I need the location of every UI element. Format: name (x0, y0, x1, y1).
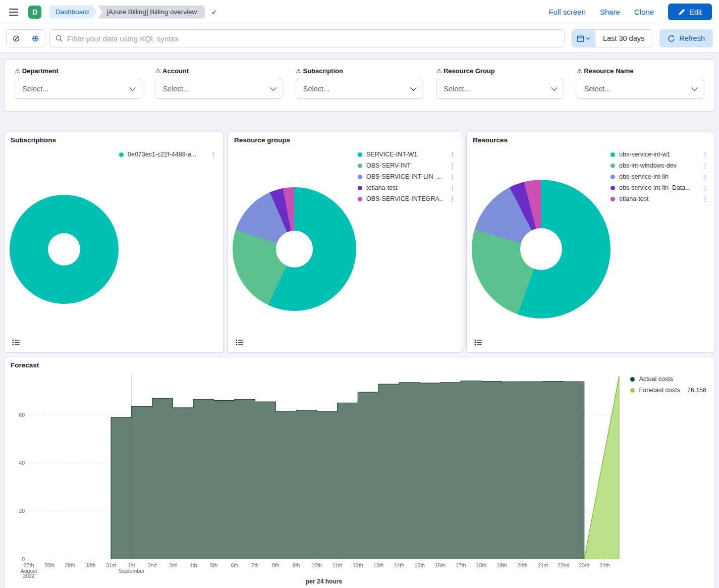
legend-item[interactable]: 0e073ec1-c22f-4488-a... ⋮ (119, 149, 219, 160)
subscription-select[interactable]: Select... (296, 79, 423, 99)
panel-subscriptions: Subscriptions 0e073ec1-c22f-4488-a... ⋮ (4, 132, 224, 353)
legend-item[interactable]: OBS-SERVICE-INTEGRA...⋮ (358, 193, 458, 204)
legend-item[interactable]: tetiana-test⋮ (358, 182, 458, 193)
legend-item[interactable]: obs-service-int-lin⋮ (611, 171, 710, 182)
kql-search-box[interactable] (49, 29, 565, 47)
breadcrumb-current[interactable]: [Azure Billing] Billing overview (98, 6, 205, 19)
chart-legend: SERVICE-INT-W1⋮ OBS-SERV-INT⋮ OBS-SERVIC… (358, 149, 458, 204)
legend-item[interactable]: Actual costs (630, 376, 706, 383)
chevron-down-icon (270, 84, 276, 91)
date-picker: Last 30 days (572, 29, 652, 47)
resource-group-select[interactable]: Select... (436, 79, 564, 99)
disable-filters-button[interactable]: ⊘ (7, 30, 26, 47)
chart-legend: obs-service-int-w1⋮ obs-int-windows-dev⋮… (611, 149, 710, 204)
legend-actions-icon[interactable]: ⋮ (447, 162, 458, 170)
account-select[interactable]: Select... (155, 79, 283, 99)
legend-actions-icon[interactable]: ⋮ (447, 195, 458, 203)
filter-label: Subscription (303, 67, 343, 75)
filter-subscription: ⚠Subscription Select... (296, 67, 423, 99)
filter-label: Account (162, 67, 189, 75)
svg-text:15th: 15th (414, 562, 425, 568)
resource-groups-donut-chart[interactable] (233, 187, 356, 311)
svg-text:7th: 7th (251, 562, 259, 568)
panel-title: Resource groups (234, 136, 290, 144)
legend-label: obs-service-int-lin_Data... (619, 184, 696, 191)
filter-button-group: ⊘ ⊕ (6, 29, 45, 47)
legend-toggle-button[interactable] (234, 338, 245, 347)
legend-label: SERVICE-INT-W1 (366, 151, 443, 158)
legend-toggle-button[interactable] (11, 338, 22, 347)
full-screen-link[interactable]: Full screen (548, 8, 585, 16)
svg-text:24th: 24th (599, 562, 610, 568)
filter-label: Resource Group (444, 67, 495, 75)
resource-name-select[interactable]: Select... (577, 79, 704, 99)
breadcrumb-dashboard[interactable]: Dashboard (49, 6, 97, 19)
svg-text:40: 40 (19, 460, 25, 466)
select-placeholder: Select... (22, 85, 48, 93)
department-select[interactable]: Select... (15, 79, 142, 99)
legend-actions-icon[interactable]: ⋮ (447, 184, 458, 192)
svg-text:13th: 13th (373, 562, 384, 568)
legend-toggle-button[interactable] (473, 338, 484, 347)
panel-title: Resources (473, 136, 508, 144)
space-avatar[interactable]: D (28, 6, 41, 19)
refresh-button[interactable]: Refresh (659, 29, 713, 47)
svg-text:5th: 5th (210, 562, 218, 568)
legend-actions-icon[interactable]: ⋮ (700, 162, 710, 170)
subscriptions-donut-chart[interactable] (10, 195, 119, 304)
legend-item[interactable]: Forecast costs 76.156 (630, 387, 706, 394)
legend-actions-icon[interactable]: ⋮ (700, 184, 710, 192)
svg-text:21st: 21st (538, 562, 548, 568)
svg-text:31st: 31st (106, 562, 116, 568)
legend-actions-icon[interactable]: ⋮ (700, 173, 710, 181)
svg-text:September: September (119, 568, 145, 574)
svg-text:16th: 16th (435, 562, 446, 568)
svg-text:19th: 19th (496, 562, 507, 568)
legend-item[interactable]: obs-service-int-w1⋮ (611, 149, 710, 160)
share-link[interactable]: Share (600, 8, 620, 16)
legend-label: obs-service-int-lin (619, 173, 696, 180)
svg-text:60: 60 (19, 412, 25, 418)
svg-text:9th: 9th (293, 562, 300, 568)
plus-circle-icon: ⊕ (31, 34, 39, 43)
legend-item[interactable]: SERVICE-INT-W1⋮ (358, 149, 458, 160)
legend-item[interactable]: OBS-SERVICE-INT-LIN_...⋮ (358, 171, 458, 182)
legend-actions-icon[interactable]: ⋮ (447, 173, 458, 181)
edit-button-label: Edit (689, 8, 702, 16)
clone-link[interactable]: Clone (634, 8, 654, 16)
date-picker-calendar-button[interactable] (572, 30, 595, 47)
kql-search-input[interactable] (67, 34, 559, 43)
time-range-button[interactable]: Last 30 days (595, 30, 652, 47)
svg-text:2nd: 2nd (148, 562, 157, 568)
panel-title: Subscriptions (11, 136, 56, 144)
legend-actions-icon[interactable]: ⋮ (700, 151, 710, 158)
legend-actions-icon[interactable]: ⋮ (700, 195, 710, 203)
legend-item[interactable]: obs-int-windows-dev⋮ (611, 160, 710, 171)
refresh-icon (668, 35, 675, 42)
filter-controls-panel: ⚠Department Select... ⚠Account Select...… (4, 60, 715, 112)
legend-color-dot (611, 186, 615, 190)
legend-item[interactable]: OBS-SERV-INT⋮ (358, 160, 458, 171)
legend-actions-icon[interactable]: ⋮ (447, 151, 458, 158)
warning-icon: ⚠ (577, 67, 583, 75)
forecast-legend: Actual costs Forecast costs 76.156 (630, 376, 706, 394)
legend-item[interactable]: etiana-test⋮ (611, 193, 710, 204)
legend-actions-icon[interactable]: ⋮ (208, 151, 219, 158)
filter-label: Department (22, 67, 59, 75)
svg-text:23rd: 23rd (579, 562, 589, 568)
legend-color-dot (358, 197, 362, 201)
add-filter-button[interactable]: ⊕ (26, 30, 45, 47)
dashboard-body: ⚠Department Select... ⚠Account Select...… (0, 53, 719, 588)
edit-button[interactable]: Edit (668, 4, 712, 20)
warning-icon: ⚠ (155, 67, 161, 75)
svg-text:8th: 8th (272, 562, 280, 568)
forecast-chart[interactable]: 020406027th28th29th30th31st1st2nd3rd4th5… (9, 370, 711, 586)
svg-text:14th: 14th (394, 562, 405, 568)
svg-text:0: 0 (22, 556, 25, 562)
menu-button[interactable] (7, 7, 20, 18)
list-icon (236, 339, 244, 346)
svg-text:30th: 30th (85, 562, 96, 568)
legend-label: obs-service-int-w1 (619, 151, 696, 158)
resources-donut-chart[interactable] (472, 180, 611, 318)
legend-item[interactable]: obs-service-int-lin_Data...⋮ (611, 182, 710, 193)
